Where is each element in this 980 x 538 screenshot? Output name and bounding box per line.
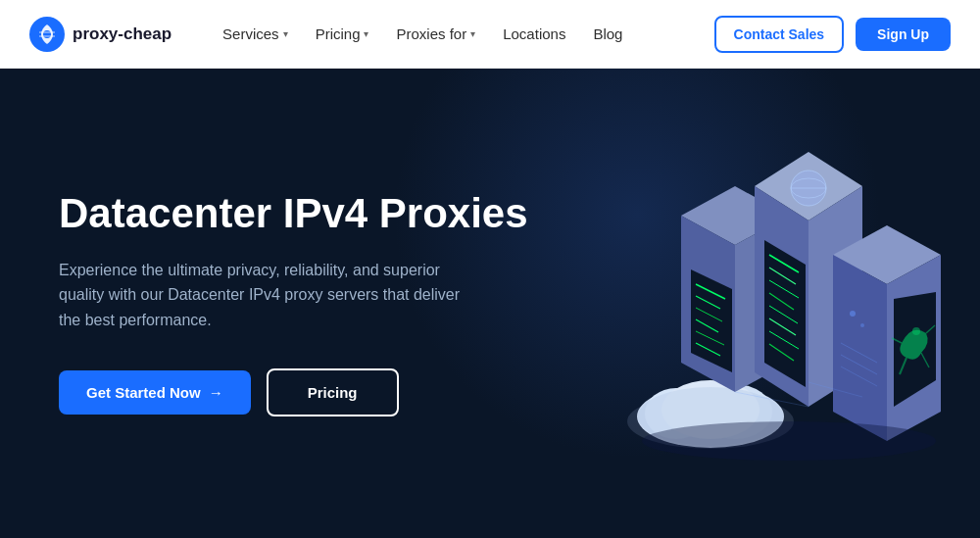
logo-icon <box>29 17 65 52</box>
blog-label: Blog <box>593 25 622 42</box>
contact-sales-button[interactable]: Contact Sales <box>714 16 845 53</box>
svg-marker-21 <box>764 240 806 387</box>
nav-item-pricing[interactable]: Pricing ▾ <box>304 18 381 50</box>
logo-link[interactable]: proxy-cheap <box>29 17 172 52</box>
pricing-chevron-icon: ▾ <box>364 28 368 39</box>
svg-point-1 <box>43 30 51 38</box>
get-started-button[interactable]: Get Started Now → <box>59 370 251 415</box>
services-chevron-icon: ▾ <box>283 28 288 39</box>
nav-item-proxies-for[interactable]: Proxies for ▾ <box>384 18 487 50</box>
svg-marker-34 <box>833 255 887 441</box>
navbar: proxy-cheap Services ▾ Pricing ▾ Proxies… <box>0 0 980 69</box>
hero-section: Datacenter IPv4 Proxies Experience the u… <box>0 69 980 538</box>
svg-point-37 <box>912 327 920 335</box>
svg-point-42 <box>850 311 856 317</box>
pricing-button[interactable]: Pricing <box>267 368 399 416</box>
services-label: Services <box>222 25 279 42</box>
get-started-label: Get Started Now <box>86 384 201 401</box>
svg-point-49 <box>642 421 936 461</box>
pricing-label: Pricing <box>316 25 361 42</box>
logo-text: proxy-cheap <box>73 24 172 44</box>
proxies-for-chevron-icon: ▾ <box>470 28 475 39</box>
nav-right: Contact Sales Sign Up <box>714 16 951 53</box>
nav-item-blog[interactable]: Blog <box>581 18 634 50</box>
hero-title: Datacenter IPv4 Proxies <box>59 190 528 237</box>
arrow-icon: → <box>209 384 223 401</box>
hero-content: Datacenter IPv4 Proxies Experience the u… <box>59 190 528 416</box>
hero-illustration <box>529 118 941 490</box>
nav-item-services[interactable]: Services ▾ <box>211 18 300 50</box>
nav-links: Services ▾ Pricing ▾ Proxies for ▾ Locat… <box>211 18 713 50</box>
locations-label: Locations <box>503 25 565 42</box>
server-illustration <box>529 118 941 490</box>
signup-button[interactable]: Sign Up <box>856 18 951 51</box>
svg-point-43 <box>860 323 864 327</box>
hero-buttons: Get Started Now → Pricing <box>59 368 528 416</box>
proxies-for-label: Proxies for <box>396 25 466 42</box>
nav-item-locations[interactable]: Locations <box>491 18 577 50</box>
hero-description: Experience the ultimate privacy, reliabi… <box>59 258 470 333</box>
